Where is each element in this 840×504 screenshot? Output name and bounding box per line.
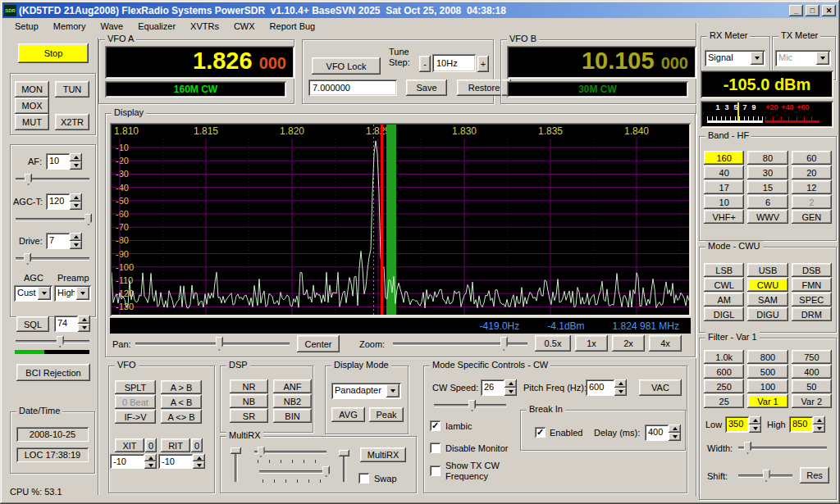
slider-thumb[interactable] xyxy=(744,442,751,454)
filter-low-stepper[interactable]: 350 xyxy=(725,416,761,433)
dsp-button-nb[interactable]: NB xyxy=(230,394,268,408)
spin-up-icon[interactable] xyxy=(144,454,157,461)
spin-down-icon[interactable] xyxy=(144,461,157,469)
spin-up-icon[interactable] xyxy=(70,153,82,161)
rit-button[interactable]: RIT xyxy=(161,438,190,452)
slider-thumb[interactable] xyxy=(25,174,32,185)
dsp-button-nb2[interactable]: NB2 xyxy=(273,394,312,408)
band-button-10[interactable]: 10 xyxy=(704,195,744,209)
mode-button-digu[interactable]: DIGU xyxy=(747,307,788,321)
filter-button-var-1[interactable]: Var 1 xyxy=(747,394,788,408)
xit-zero-button[interactable]: 0 xyxy=(145,438,157,452)
menu-report-bug[interactable]: Report Bug xyxy=(262,19,323,34)
menu-memory[interactable]: Memory xyxy=(46,19,94,34)
mode-button-usb[interactable]: USB xyxy=(747,263,788,277)
slider-thumb[interactable] xyxy=(339,450,349,456)
slider-thumb[interactable] xyxy=(322,466,330,477)
drive-stepper[interactable]: 7 xyxy=(46,233,82,249)
slider-thumb[interactable] xyxy=(231,447,241,454)
drive-slider[interactable] xyxy=(14,252,91,266)
filter-button-100[interactable]: 100 xyxy=(747,379,788,393)
zoom-slider[interactable] xyxy=(391,336,529,352)
rit-stepper[interactable]: -10 xyxy=(158,454,205,469)
filter-button-500[interactable]: 500 xyxy=(747,365,788,379)
multirx-pan-vslider[interactable] xyxy=(231,447,241,484)
spin-down-icon[interactable] xyxy=(504,388,517,396)
iambic-checkbox[interactable]: ✓ xyxy=(430,420,441,431)
band-button-40[interactable]: 40 xyxy=(704,166,744,179)
save-button[interactable]: Save xyxy=(406,79,447,96)
band-button-vhf[interactable]: VHF+ xyxy=(704,210,744,224)
center-button[interactable]: Center xyxy=(297,335,340,352)
spin-up-icon[interactable] xyxy=(70,233,82,241)
filter-high-stepper[interactable]: 850 xyxy=(789,416,825,433)
vfo-cursor-line[interactable] xyxy=(381,125,383,315)
spin-down-icon[interactable] xyxy=(614,388,627,396)
mode-button-dsb[interactable]: DSB xyxy=(792,263,832,277)
slider-thumb[interactable] xyxy=(468,400,476,411)
mode-button-sam[interactable]: SAM xyxy=(747,293,788,306)
mode-button-am[interactable]: AM xyxy=(704,293,744,306)
vfo-a-frequency[interactable]: 1.826 000 xyxy=(105,46,294,79)
filter-button-750[interactable]: 750 xyxy=(792,350,832,364)
dropdown-arrow-icon[interactable] xyxy=(76,287,89,300)
multirx-pan-slider[interactable] xyxy=(253,446,328,458)
zoom-2x-button[interactable]: 2x xyxy=(612,335,645,352)
mode-button-fmn[interactable]: FMN xyxy=(792,278,832,292)
af-stepper[interactable]: 10 xyxy=(46,153,82,170)
slider-thumb[interactable] xyxy=(24,253,31,265)
avg-button[interactable]: AVG xyxy=(331,407,365,422)
dropdown-arrow-icon[interactable] xyxy=(816,52,829,65)
slider-thumb[interactable] xyxy=(216,337,223,351)
zoom-0-5x-button[interactable]: 0.5x xyxy=(535,335,571,352)
filter-button-var-2[interactable]: Var 2 xyxy=(792,394,832,408)
a-to-b-button[interactable]: A > B xyxy=(161,380,202,394)
memory-frequency-field[interactable]: 7.000000 xyxy=(308,79,397,96)
filter-button-400[interactable]: 400 xyxy=(792,365,832,379)
band-button-80[interactable]: 80 xyxy=(747,151,788,165)
mon-button[interactable]: MON xyxy=(15,81,49,98)
mode-button-cwu[interactable]: CWU xyxy=(747,278,788,292)
spectrum-plot[interactable]: -10-20-30-40-50-60-70-80-90-100-110-120-… xyxy=(112,125,689,315)
vfo-b-frequency[interactable]: 10.105 000 xyxy=(507,46,696,79)
mode-button-digl[interactable]: DIGL xyxy=(704,307,744,321)
multirx-button[interactable]: MultiRX xyxy=(360,447,406,462)
multirx-zero-vslider[interactable] xyxy=(339,449,349,484)
rit-zero-button[interactable]: 0 xyxy=(191,438,203,452)
spin-down-icon[interactable] xyxy=(193,461,205,469)
spin-up-icon[interactable] xyxy=(749,416,761,425)
rx-meter-select[interactable]: Signal xyxy=(705,50,765,66)
spin-up-icon[interactable] xyxy=(614,379,627,388)
bci-rejection-button[interactable]: BCI Rejection xyxy=(16,364,90,381)
mode-button-lsb[interactable]: LSB xyxy=(704,263,744,277)
slider-thumb[interactable] xyxy=(763,470,770,482)
xit-button[interactable]: XIT xyxy=(115,438,144,452)
filter-button-1-0k[interactable]: 1.0k xyxy=(704,350,744,364)
zoom-1x-button[interactable]: 1x xyxy=(575,335,608,352)
if-to-vfo-button[interactable]: IF->V xyxy=(115,410,156,424)
tx-meter-select[interactable]: Mic xyxy=(775,50,831,66)
band-button-2[interactable]: 2 xyxy=(792,195,832,209)
disable-monitor-checkbox[interactable] xyxy=(430,443,441,453)
spin-down-icon[interactable] xyxy=(813,425,825,433)
spin-up-icon[interactable] xyxy=(70,193,82,202)
mox-button[interactable]: MOX xyxy=(15,98,49,114)
cw-speed-slider[interactable] xyxy=(432,399,508,412)
menu-xvtrs[interactable]: XVTRs xyxy=(183,19,226,34)
mode-button-cwl[interactable]: CWL xyxy=(704,278,744,292)
filter-button-800[interactable]: 800 xyxy=(747,350,788,364)
spin-down-icon[interactable] xyxy=(669,433,681,441)
band-button-gen[interactable]: GEN xyxy=(792,210,832,224)
filter-reset-button[interactable]: Res xyxy=(800,467,829,484)
dropdown-arrow-icon[interactable] xyxy=(751,52,764,65)
spin-down-icon[interactable] xyxy=(70,161,82,170)
maximize-icon[interactable]: □ xyxy=(806,5,819,16)
dsp-button-bin[interactable]: BIN xyxy=(273,409,312,423)
spin-down-icon[interactable] xyxy=(749,425,761,433)
split-button[interactable]: SPLT xyxy=(115,380,156,394)
menu-setup[interactable]: Setup xyxy=(7,19,46,34)
menu-wave[interactable]: Wave xyxy=(93,19,130,34)
mut-button[interactable]: MUT xyxy=(15,114,49,130)
swap-checkbox[interactable] xyxy=(358,473,369,484)
band-button-30[interactable]: 30 xyxy=(747,166,788,179)
